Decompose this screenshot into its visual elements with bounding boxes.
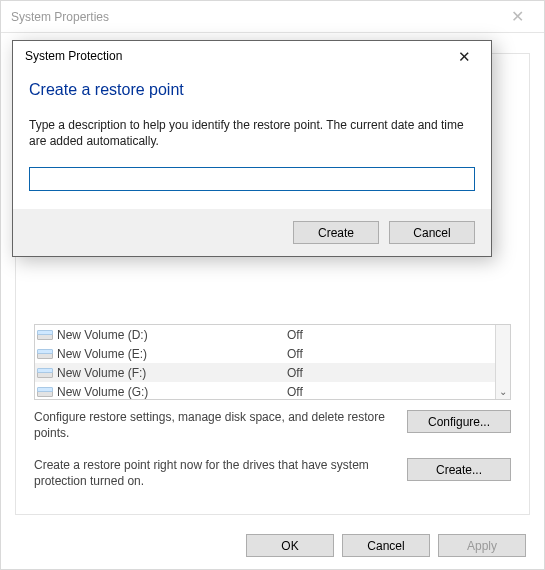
configure-section: Configure restore settings, manage disk … [34,410,511,441]
chevron-down-icon[interactable]: ⌄ [496,384,510,399]
create-description: Create a restore point right now for the… [34,458,395,489]
ok-button[interactable]: OK [246,534,334,557]
system-properties-titlebar: System Properties ✕ [1,1,544,33]
cancel-button[interactable]: Cancel [389,221,475,244]
drive-name: New Volume (D:) [57,328,287,342]
dialog-body: Create a restore point Type a descriptio… [13,71,491,209]
drive-icon [37,330,51,340]
drive-icon [37,387,51,397]
dialog-titlebar: System Protection ✕ [13,41,491,71]
drive-icon [37,349,51,359]
restore-point-description-input[interactable] [29,167,475,191]
dialog-instruction-text: Type a description to help you identify … [29,117,475,149]
drive-protection: Off [287,328,495,342]
table-row[interactable]: New Volume (F:)Off [35,363,495,382]
create-button[interactable]: Create... [407,458,511,481]
apply-button[interactable]: Apply [438,534,526,557]
create-button[interactable]: Create [293,221,379,244]
table-row[interactable]: New Volume (D:)Off [35,325,495,344]
table-row[interactable]: New Volume (G:)Off [35,382,495,400]
drive-protection: Off [287,366,495,380]
drive-name: New Volume (G:) [57,385,287,399]
drive-name: New Volume (E:) [57,347,287,361]
dialog-button-bar: OK Cancel Apply [246,534,526,557]
dialog-heading: Create a restore point [29,81,475,99]
table-row[interactable]: New Volume (E:)Off [35,344,495,363]
dialog-button-bar: Create Cancel [13,209,491,256]
configure-button[interactable]: Configure... [407,410,511,433]
close-icon[interactable]: ✕ [446,45,483,68]
drive-protection: Off [287,347,495,361]
drive-protection: Off [287,385,495,399]
create-section: Create a restore point right now for the… [34,458,511,489]
scrollbar[interactable]: ⌄ [495,325,510,399]
close-icon[interactable]: ✕ [499,3,536,30]
dialog-title: System Protection [25,49,122,63]
cancel-button[interactable]: Cancel [342,534,430,557]
protection-drives-table: New Volume (D:)OffNew Volume (E:)OffNew … [34,324,511,400]
system-properties-title: System Properties [11,10,109,24]
drive-icon [37,368,51,378]
configure-description: Configure restore settings, manage disk … [34,410,395,441]
drive-name: New Volume (F:) [57,366,287,380]
create-restore-point-dialog: System Protection ✕ Create a restore poi… [12,40,492,257]
